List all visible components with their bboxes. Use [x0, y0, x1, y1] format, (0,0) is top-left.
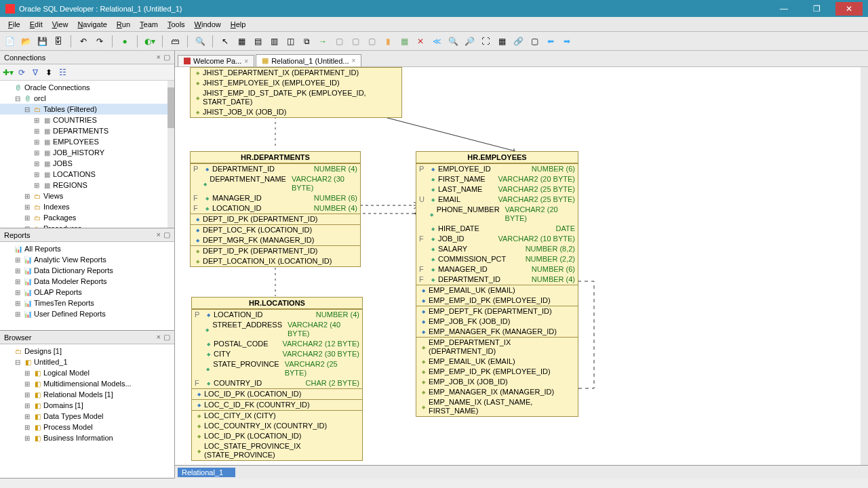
tree-item[interactable]: ⊟ 🛢 orcl: [0, 93, 174, 104]
tree-item[interactable]: ⊞ ◧ Domains [1]: [0, 400, 174, 411]
menu-window[interactable]: Window: [191, 19, 225, 30]
tree-item[interactable]: ⊞ 📊 OLAP Reports: [0, 287, 174, 298]
fit-icon[interactable]: ⛶: [480, 36, 491, 47]
tree-item[interactable]: ⊞ 🗀 Indexes: [0, 201, 174, 212]
tree-item[interactable]: ⊟ ◧ Untitled_1: [0, 357, 174, 367]
layout3-icon[interactable]: ▢: [366, 36, 377, 47]
layout1-icon[interactable]: ▢: [334, 36, 344, 47]
menu-tools[interactable]: Tools: [163, 19, 189, 30]
open-icon[interactable]: 📂: [20, 36, 31, 47]
minimize-button[interactable]: —: [770, 2, 797, 16]
split-icon[interactable]: ◫: [285, 36, 296, 47]
table-icon: ▦: [42, 126, 52, 136]
tree-item[interactable]: ▸ 📊 All Reports: [0, 243, 174, 254]
nav2-icon[interactable]: 🔗: [513, 36, 524, 47]
tree-item[interactable]: ⊞ ◧ Relational Models [1]: [0, 389, 174, 400]
diagram-canvas[interactable]: JHIST_DEPARTMENT_IX (DEPARTMENT_ID)JHIST…: [175, 67, 868, 465]
image-icon[interactable]: ▦: [399, 36, 410, 47]
tab-welcome[interactable]: Welcome Pa... ×: [178, 55, 254, 66]
entity-employees[interactable]: HR.EMPLOYEES P EMPLOYEE_IDNUMBER (6) FIR…: [416, 151, 578, 417]
close-button[interactable]: ✕: [835, 2, 863, 16]
menu-view[interactable]: View: [48, 19, 73, 30]
panel-max-icon[interactable]: ▢: [163, 333, 170, 342]
tree-item[interactable]: ⊞ ◧ Data Types Model: [0, 411, 174, 422]
save-all-icon[interactable]: 🗄: [53, 36, 64, 47]
tree-item[interactable]: ⊞ ▦ REGIONS: [0, 180, 174, 190]
tree-item[interactable]: ⊞ 📊 Data Dictionary Reports: [0, 265, 174, 276]
tree-item[interactable]: ⊞ 📊 TimesTen Reports: [0, 298, 174, 308]
table-icon[interactable]: ▤: [252, 36, 263, 47]
entity-jobhistory-fragment[interactable]: JHIST_DEPARTMENT_IX (DEPARTMENT_ID)JHIST…: [190, 67, 402, 118]
note-icon[interactable]: ▮: [382, 36, 393, 47]
tree-item[interactable]: ⊞ ▦ LOCATIONS: [0, 169, 174, 180]
tab-relational[interactable]: ▦ Relational_1 (Untitled... ×: [256, 54, 361, 66]
panel-min-icon[interactable]: ×: [157, 230, 161, 239]
tree-item[interactable]: ⊞ ▦ EMPLOYEES: [0, 136, 174, 147]
undo-icon[interactable]: ↶: [78, 36, 89, 47]
close-icon[interactable]: ×: [244, 58, 248, 65]
menu-file[interactable]: File: [4, 19, 24, 30]
layout2-icon[interactable]: ▢: [350, 36, 361, 47]
zoom-out-icon[interactable]: 🔎: [464, 36, 475, 47]
main-toolbar: 📄 📂 💾 🗄 ↶ ↷ ● ◐▾ 🗃 🔍 ↖ ▦ ▤ ▥ ◫ ⧉ → ▢ ▢ ▢…: [0, 32, 868, 51]
tree-item[interactable]: ⊞ 🗀 Procedures: [0, 223, 174, 228]
sql-icon[interactable]: 🗃: [170, 36, 180, 47]
entity-locations[interactable]: HR.LOCATIONS P LOCATION_IDNUMBER (4) STR…: [191, 297, 363, 461]
grid-icon[interactable]: ▦: [236, 36, 247, 47]
delete-icon[interactable]: ✕: [415, 36, 426, 47]
panel-min-icon[interactable]: ×: [157, 53, 161, 62]
tree-item[interactable]: ⊞ ▦ JOBS: [0, 158, 174, 169]
add-connection-icon[interactable]: ✚▾: [3, 67, 14, 78]
arrow-icon[interactable]: →: [317, 36, 328, 47]
redo-icon[interactable]: ↷: [94, 36, 105, 47]
tree-item[interactable]: ⊞ 🗀 Views: [0, 190, 174, 201]
maximize-button[interactable]: ❐: [803, 2, 830, 16]
menu-run[interactable]: Run: [113, 19, 134, 30]
menu-help[interactable]: Help: [226, 19, 250, 30]
binoculars-icon[interactable]: 🔍: [195, 36, 205, 47]
tree-item[interactable]: ▸ 🛢 Oracle Connections: [0, 82, 174, 93]
tree-item[interactable]: ⊞ 🗀 Packages: [0, 212, 174, 223]
back-icon[interactable]: ⬅: [545, 36, 556, 47]
tree-item[interactable]: ▸ 🗀 Designs [1]: [0, 346, 174, 357]
menu-navigate[interactable]: Navigate: [73, 19, 111, 30]
forward-icon[interactable]: ➡: [561, 36, 572, 47]
tree-item[interactable]: ⊞ 📊 Analytic View Reports: [0, 254, 174, 265]
tree-item[interactable]: ⊞ 📊 Data Modeler Reports: [0, 276, 174, 287]
bottom-tab-relational[interactable]: Relational_1: [178, 468, 235, 477]
panel-max-icon[interactable]: ▢: [163, 230, 170, 239]
tree-item[interactable]: ⊞ 📊 User Defined Reports: [0, 308, 174, 319]
menu-edit[interactable]: Edit: [26, 19, 47, 30]
refresh-icon[interactable]: ⟳: [16, 67, 27, 78]
tree-item[interactable]: ⊟ 🗀 Tables (Filtered): [0, 104, 174, 115]
rect-icon[interactable]: ▢: [529, 36, 540, 47]
tree-item[interactable]: ⊞ ▦ COUNTRIES: [0, 115, 174, 125]
new-file-icon[interactable]: 📄: [4, 36, 15, 47]
menu-team[interactable]: Team: [136, 19, 162, 30]
merge-icon[interactable]: ⧉: [301, 36, 312, 47]
debug-icon[interactable]: ◐▾: [144, 36, 155, 47]
save-icon[interactable]: 💾: [37, 36, 47, 47]
tree-item[interactable]: ⊞ ▦ DEPARTMENTS: [0, 125, 174, 136]
filter-icon[interactable]: ∇: [30, 67, 41, 78]
panel-max-icon[interactable]: ▢: [163, 53, 170, 62]
zoom-in-icon[interactable]: 🔍: [448, 36, 458, 47]
entity-departments[interactable]: HR.DEPARTMENTS P DEPARTMENT_IDNUMBER (4)…: [190, 151, 361, 267]
sort-icon[interactable]: ⬍: [43, 67, 54, 78]
tree-item[interactable]: ⊞ ◧ Multidimensional Models...: [0, 378, 174, 389]
run-icon[interactable]: ●: [119, 36, 130, 47]
nav1-icon[interactable]: ▦: [496, 36, 507, 47]
rewind-icon[interactable]: ≪: [431, 36, 442, 47]
pointer-icon[interactable]: ↖: [220, 36, 231, 47]
view-icon[interactable]: ▥: [269, 36, 279, 47]
close-icon[interactable]: ×: [352, 57, 356, 64]
tree-item[interactable]: ⊞ ◧ Process Model: [0, 422, 174, 432]
tree-icon[interactable]: ☷: [57, 67, 68, 78]
tree-item[interactable]: ⊞ ▦ JOB_HISTORY: [0, 147, 174, 158]
tree-item[interactable]: ⊞ ◧ Business Information: [0, 432, 174, 443]
constraint-row: EMP_EMAIL_UK (EMAIL): [416, 285, 578, 296]
panel-min-icon[interactable]: ×: [157, 333, 161, 342]
connections-scrollbar[interactable]: [167, 81, 174, 228]
tree-item[interactable]: ⊞ ◧ Logical Model: [0, 367, 174, 378]
canvas-scrollbar[interactable]: [861, 67, 868, 465]
